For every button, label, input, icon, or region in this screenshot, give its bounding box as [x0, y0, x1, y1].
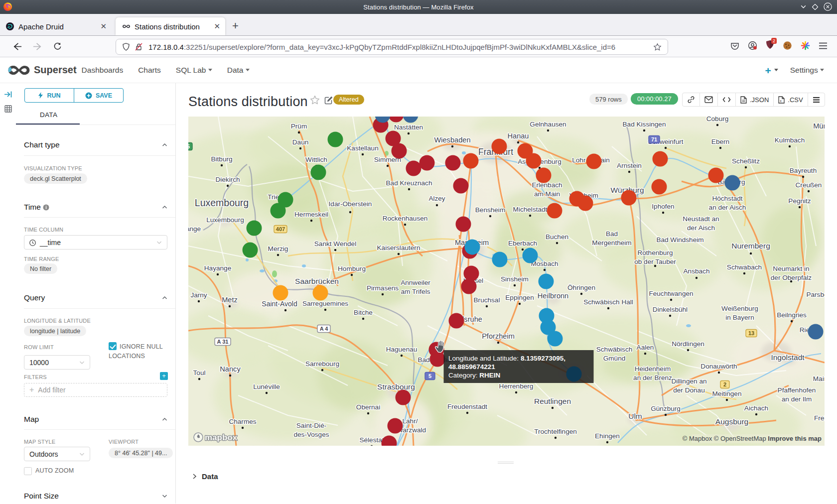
svg-text:Schwabach: Schwabach — [727, 263, 762, 271]
svg-text:Bad Kissingen: Bad Kissingen — [623, 121, 666, 128]
svg-text:Lahr/: Lahr/ — [403, 417, 418, 425]
svg-text:Ingolstadt: Ingolstadt — [771, 353, 805, 362]
svg-text:Neustadt an: Neustadt an — [683, 215, 719, 223]
svg-text:A 31: A 31 — [217, 339, 229, 345]
svg-text:13: 13 — [748, 330, 754, 336]
svg-text:Hayange: Hayange — [204, 264, 231, 272]
svg-text:Bad: Bad — [606, 230, 618, 238]
svg-text:Pforzheim: Pforzheim — [482, 332, 515, 340]
svg-text:Reutlingen: Reutlingen — [534, 397, 571, 405]
svg-text:Sarreguemines: Sarreguemines — [302, 300, 348, 307]
svg-text:Saarbrücken: Saarbrücken — [295, 277, 339, 285]
svg-text:Schwäbisch: Schwäbisch — [596, 346, 633, 353]
svg-text:Aichach: Aichach — [744, 404, 768, 412]
svg-text:Diekirch: Diekirch — [215, 176, 240, 183]
svg-text:Sinsheim: Sinsheim — [501, 275, 529, 283]
svg-text:Creußen: Creußen — [796, 181, 822, 189]
svg-text:Nancy: Nancy — [220, 365, 241, 373]
svg-text:Sélestat: Sélestat — [359, 436, 384, 444]
svg-text:Gmünd: Gmünd — [603, 355, 626, 362]
svg-text:Charmes: Charmes — [229, 418, 256, 425]
svg-text:Günzburg: Günzburg — [651, 405, 681, 412]
svg-text:der Aisch: der Aisch — [687, 224, 715, 232]
svg-text:Kaiserslautern: Kaiserslautern — [377, 244, 420, 252]
svg-text:Feuchtwangen: Feuchtwangen — [649, 290, 693, 297]
svg-text:Meitingen: Meitingen — [712, 390, 742, 397]
svg-text:lsruhe: lsruhe — [462, 315, 482, 323]
svg-text:Bayreuth: Bayreuth — [790, 167, 817, 174]
svg-text:mapbox: mapbox — [205, 433, 238, 442]
svg-text:am Trifels: am Trifels — [401, 288, 430, 295]
svg-text:Donauwörth: Donauwörth — [700, 363, 737, 370]
svg-text:Buchen: Buchen — [546, 233, 568, 241]
svg-text:Pfaffenhofen: Pfaffenhofen — [778, 386, 816, 394]
svg-text:Eberbach: Eberbach — [508, 240, 537, 247]
svg-text:der Oberpfalz: der Oberpfalz — [771, 274, 812, 281]
svg-text:Mair: Mair — [813, 375, 825, 382]
svg-text:in Bayern: in Bayern — [725, 314, 754, 321]
svg-text:Ehingen: Ehingen — [595, 432, 620, 440]
svg-text:Gelnhausen: Gelnhausen — [530, 121, 566, 128]
svg-text:x: x — [780, 99, 782, 103]
svg-text:Homburg: Homburg — [338, 265, 366, 272]
svg-text:Annweiler: Annweiler — [401, 279, 430, 286]
svg-text:an der Brenz: an der Brenz — [633, 374, 672, 381]
svg-text:Rockenhausen: Rockenhausen — [383, 215, 428, 222]
svg-text:Hanau: Hanau — [507, 132, 529, 140]
svg-text:Prüm: Prüm — [291, 123, 307, 130]
svg-text:Beilngries: Beilngries — [777, 311, 807, 319]
svg-text:Kastellaun: Kastellaun — [347, 144, 378, 152]
svg-text:Weißenburg: Weißenburg — [721, 305, 758, 312]
svg-text:Ansbach: Ansbach — [684, 267, 710, 275]
svg-text:Hermeskeil: Hermeskeil — [294, 211, 328, 218]
svg-text:Kulmbach: Kulmbach — [775, 136, 805, 144]
svg-text:ob der Tauber: ob der Tauber — [634, 258, 676, 265]
svg-text:Daun: Daun — [292, 138, 309, 146]
svg-text:Höchstadt: Höchstadt — [712, 195, 742, 202]
svg-text:Alzey: Alzey — [428, 195, 445, 202]
svg-text:Bensheim: Bensheim — [475, 206, 505, 214]
svg-text:Longitude and Latitude: 8.1359: Longitude and Latitude: 8.1359273095, — [448, 355, 565, 362]
svg-text:Luxembourg: Luxembourg — [195, 197, 249, 208]
svg-text:Erlenbach: Erlenbach — [532, 181, 562, 189]
svg-text:2: 2 — [723, 381, 726, 387]
svg-text:Nastätten: Nastätten — [394, 124, 423, 131]
svg-text:A 4: A 4 — [320, 326, 329, 332]
svg-text:Luxembourg: Luxembourg — [206, 216, 244, 224]
svg-text:Coburg: Coburg — [706, 117, 729, 123]
svg-text:Scheßlitz: Scheßlitz — [732, 157, 760, 165]
svg-text:Aalen: Aalen — [637, 344, 654, 351]
svg-text:48.8859674221: 48.8859674221 — [448, 363, 495, 371]
svg-text:Eppingen: Eppingen — [505, 294, 534, 301]
svg-text:71: 71 — [651, 136, 657, 142]
svg-text:Ebern: Ebern — [711, 138, 729, 145]
svg-text:Iphofen: Iphofen — [652, 203, 674, 210]
svg-text:Dinkelsbühl: Dinkelsbühl — [653, 306, 688, 313]
svg-text:Nördlingen: Nördlingen — [672, 340, 704, 348]
svg-text:Michelstadt: Michelstadt — [513, 206, 548, 213]
svg-text:Dillingen an: Dillingen an — [671, 378, 706, 385]
svg-text:Münc: Münc — [813, 122, 825, 130]
svg-text:an der Aisch: an der Aisch — [709, 204, 746, 211]
svg-text:Arnstein: Arnstein — [617, 162, 642, 169]
svg-text:Strasbourg: Strasbourg — [377, 382, 415, 391]
svg-text:Jarny: Jarny — [190, 291, 207, 299]
svg-text:Bad Kreuznach: Bad Kreuznach — [386, 179, 432, 187]
svg-text:Öhringen: Öhringen — [567, 284, 595, 291]
svg-text:Parsbe: Parsbe — [806, 291, 825, 298]
svg-text:Pegnitz: Pegnitz — [788, 197, 811, 205]
svg-text:Heidenheim: Heidenheim — [635, 365, 671, 373]
svg-text:Metz: Metz — [222, 296, 238, 304]
svg-text:Bitche: Bitche — [354, 309, 373, 316]
svg-text:Category: RHEIN: Category: RHEIN — [448, 372, 500, 379]
svg-text:Saint-Avold: Saint-Avold — [262, 300, 297, 308]
svg-text:Rothenburg: Rothenburg — [637, 249, 673, 256]
svg-text:Lunéville: Lunéville — [253, 383, 280, 390]
svg-text:Ulm: Ulm — [628, 412, 642, 420]
svg-text:Idar-Oberstein: Idar-Oberstein — [329, 200, 372, 208]
svg-text:© Mapbox © OpenStreetMap Impro: © Mapbox © OpenStreetMap Improve this ma… — [683, 435, 822, 442]
svg-text:Wiesbaden: Wiesbaden — [434, 136, 470, 144]
svg-text:Saint-Dié-: Saint-Dié- — [296, 422, 326, 429]
svg-text:Nuremberg: Nuremberg — [731, 242, 770, 250]
svg-text:an der Ilm: an der Ilm — [782, 395, 812, 403]
